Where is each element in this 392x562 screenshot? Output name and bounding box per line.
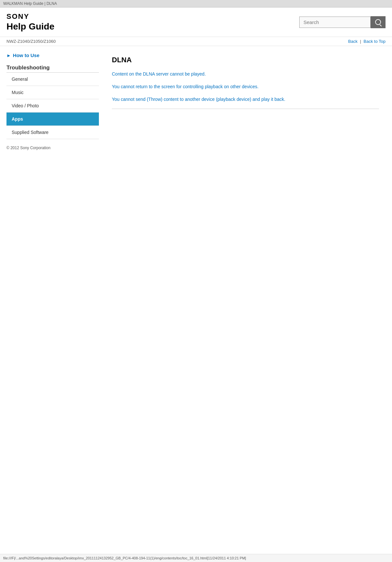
help-guide-title: Help Guide	[6, 21, 54, 32]
browser-title: WALKMAN Help Guide | DLNA	[3, 1, 57, 6]
content-divider	[112, 109, 379, 109]
sidebar-item-apps[interactable]: Apps	[6, 113, 99, 126]
header-left: SONY Help Guide	[6, 12, 54, 32]
sony-logo: SONY	[6, 12, 54, 21]
how-to-use-section: ► How to Use	[6, 53, 99, 58]
troubleshooting-title: Troubleshooting	[6, 65, 99, 71]
sidebar-item-general[interactable]: General	[6, 73, 99, 86]
sidebar-item-video-photo[interactable]: Video / Photo	[6, 99, 99, 113]
how-to-use-link[interactable]: How to Use	[13, 53, 40, 58]
sidebar-item-supplied-software[interactable]: Supplied Software	[6, 126, 99, 139]
copyright: © 2012 Sony Corporation	[6, 146, 99, 150]
content-link-1[interactable]: Content on the DLNA server cannot be pla…	[112, 71, 379, 78]
content-link-2[interactable]: You cannot return to the screen for cont…	[112, 83, 379, 90]
main-container: ► How to Use Troubleshooting General Mus…	[0, 46, 392, 157]
nav-separator: |	[360, 39, 361, 44]
back-link[interactable]: Back	[348, 39, 358, 44]
search-input[interactable]	[299, 17, 371, 28]
model-number: NWZ-Z1040/Z1050/Z1060	[6, 39, 56, 44]
content-title: DLNA	[112, 56, 379, 64]
sidebar-item-music[interactable]: Music	[6, 86, 99, 99]
back-to-top-link[interactable]: Back to Top	[363, 39, 386, 44]
header: SONY Help Guide	[0, 7, 392, 37]
content-area: DLNA Content on the DLNA server cannot b…	[105, 53, 386, 150]
sidebar: ► How to Use Troubleshooting General Mus…	[6, 53, 99, 150]
browser-title-bar: WALKMAN Help Guide | DLNA	[0, 0, 392, 7]
search-icon	[375, 19, 381, 25]
content-link-3[interactable]: You cannot send (Throw) content to anoth…	[112, 96, 379, 103]
search-button[interactable]	[371, 16, 386, 28]
how-to-use-arrow-icon: ►	[6, 53, 11, 58]
search-area	[299, 16, 386, 28]
nav-links: Back | Back to Top	[348, 39, 386, 44]
sub-header: NWZ-Z1040/Z1050/Z1060 Back | Back to Top	[0, 37, 392, 46]
